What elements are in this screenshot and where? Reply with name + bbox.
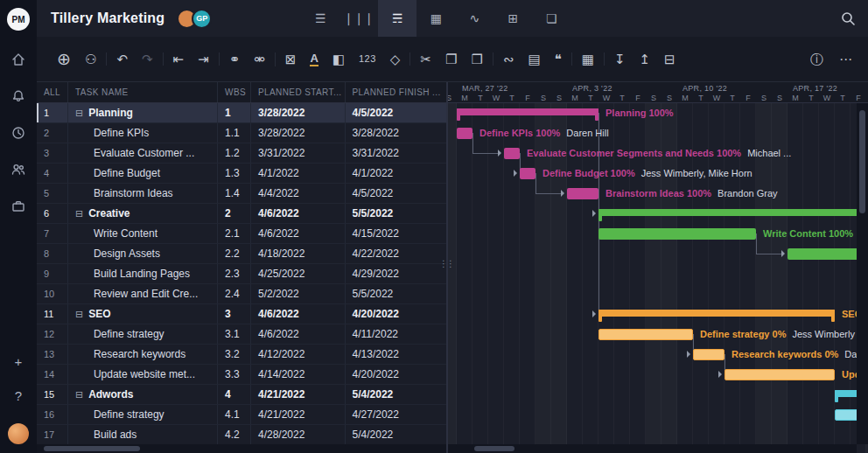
gantt-hscroll-thumb[interactable] — [474, 446, 514, 451]
add-task-icon[interactable]: ⊕ — [57, 51, 71, 67]
planned-start-cell[interactable]: 4/6/2022 — [251, 224, 346, 243]
wbs-cell[interactable]: 2.3 — [218, 264, 251, 283]
column-header-wbs[interactable]: WBS — [218, 82, 251, 102]
table-row[interactable]: 9Build Landing Pages2.34/25/20224/29/202… — [37, 264, 446, 284]
table-row[interactable]: 15⊟Adwords44/21/20225/4/2022 — [37, 385, 446, 405]
planned-start-cell[interactable]: 4/12/2022 — [251, 345, 346, 364]
column-header-all[interactable]: ALL — [37, 82, 68, 102]
table-row[interactable]: 11⊟SEO34/6/20224/20/2022 — [37, 304, 446, 324]
comment-icon[interactable]: ❝ — [555, 52, 562, 66]
info-icon[interactable]: ⓘ — [810, 52, 823, 66]
projects-icon[interactable] — [10, 199, 26, 214]
planned-finish-cell[interactable]: 5/5/2022 — [346, 284, 446, 303]
task-name-cell[interactable]: Build ads — [68, 425, 218, 444]
pane-splitter-handle[interactable]: ⋮⋮ — [441, 250, 452, 276]
wbs-cell[interactable]: 3 — [218, 304, 251, 324]
task-name-cell[interactable]: Define strategy — [68, 405, 218, 424]
row-number-cell[interactable]: 6 — [37, 204, 68, 223]
help-icon[interactable]: ? — [15, 389, 22, 402]
gantt-bar-brainstorm-ideas[interactable] — [567, 188, 598, 199]
planned-finish-cell[interactable]: 3/28/2022 — [346, 123, 446, 143]
wbs-cell[interactable]: 1.3 — [218, 164, 251, 183]
gantt-bar-creative[interactable] — [598, 209, 868, 216]
planned-start-cell[interactable]: 3/31/2022 — [251, 143, 346, 163]
task-name-cell[interactable]: ⊟SEO — [68, 304, 218, 324]
more-icon[interactable]: ⋯ — [839, 52, 852, 66]
gantt-bar-research-keywords[interactable] — [693, 349, 724, 360]
planned-start-cell[interactable]: 4/1/2022 — [251, 164, 346, 183]
table-row[interactable]: 13Research keywords3.24/12/20224/13/2022 — [37, 345, 446, 365]
redo-icon[interactable]: ↷ — [142, 52, 153, 66]
table-row[interactable]: 8Design Assets2.24/18/20224/22/2022 — [37, 244, 446, 264]
table-row[interactable]: 4Define Budget1.34/1/20224/1/2022 — [37, 164, 446, 184]
gantt-vscroll-thumb[interactable] — [859, 110, 865, 213]
wbs-cell[interactable]: 4.2 — [218, 425, 251, 444]
home-icon[interactable] — [10, 52, 26, 67]
planned-finish-cell[interactable]: 4/20/2022 — [346, 365, 446, 384]
planned-finish-cell[interactable]: 4/1/2022 — [346, 164, 446, 183]
gantt-bar-define-strategy[interactable] — [598, 329, 693, 340]
table-row[interactable]: 5Brainstorm Ideas1.44/4/20224/5/2022 — [37, 184, 446, 204]
planned-start-cell[interactable]: 5/2/2022 — [251, 284, 346, 303]
planned-start-cell[interactable]: 3/28/2022 — [251, 103, 346, 122]
task-name-cell[interactable]: Update website met... — [68, 365, 218, 384]
table-row[interactable]: 7Write Content2.14/6/20224/15/2022 — [37, 224, 446, 244]
pm-logo[interactable]: PM — [7, 8, 30, 31]
attach-icon[interactable]: ∾ — [503, 52, 514, 66]
collapse-icon[interactable]: ⊟ — [75, 309, 83, 320]
gantt-bar-design-assets[interactable] — [788, 248, 866, 260]
planned-finish-cell[interactable]: 4/15/2022 — [346, 224, 446, 243]
row-number-cell[interactable]: 7 — [37, 224, 68, 243]
export-icon[interactable]: ↥ — [640, 52, 651, 66]
planned-finish-cell[interactable]: 4/20/2022 — [346, 304, 446, 324]
wbs-cell[interactable]: 4.1 — [218, 405, 251, 424]
wbs-cell[interactable]: 3.3 — [218, 365, 251, 384]
planned-start-cell[interactable]: 4/21/2022 — [251, 385, 346, 404]
column-header-planned-finish[interactable]: PLANNED FINISH ... — [346, 82, 446, 102]
timesheet-icon[interactable] — [10, 125, 26, 141]
planned-start-cell[interactable]: 3/28/2022 — [251, 123, 346, 143]
task-name-cell[interactable]: Build Landing Pages — [68, 264, 218, 283]
row-number-cell[interactable]: 1 — [37, 103, 68, 122]
planned-finish-cell[interactable]: 5/5/2022 — [346, 204, 446, 223]
workload-view-icon[interactable]: ∿ — [455, 0, 494, 37]
planned-finish-cell[interactable]: 4/29/2022 — [346, 264, 446, 283]
table-row[interactable]: 16Define strategy4.14/21/20224/27/2022 — [37, 405, 446, 425]
task-name-cell[interactable]: Review and Edit Cre... — [68, 284, 218, 303]
gantt-bar-define-kpis[interactable] — [457, 128, 472, 139]
gantt-bar-write-content[interactable] — [598, 228, 756, 240]
gantt-bar-define-budget[interactable] — [520, 168, 536, 179]
planned-finish-cell[interactable]: 5/4/2022 — [346, 425, 446, 444]
table-row[interactable]: 6⊟Creative24/6/20225/5/2022 — [37, 204, 446, 224]
add-new-icon[interactable]: + — [15, 355, 23, 368]
table-row[interactable]: 14Update website met...3.34/14/20224/20/… — [37, 365, 446, 385]
task-name-cell[interactable]: Define Budget — [68, 164, 218, 183]
milestone-icon[interactable]: ◇ — [390, 52, 401, 66]
collapse-icon[interactable]: ⊟ — [75, 208, 83, 220]
task-name-cell[interactable]: Define KPIs — [68, 123, 218, 143]
planned-finish-cell[interactable]: 4/5/2022 — [346, 103, 446, 122]
gantt-bar-seo[interactable] — [598, 310, 835, 317]
row-number-cell[interactable]: 16 — [37, 405, 68, 424]
task-name-cell[interactable]: Research keywords — [68, 345, 218, 364]
search-icon[interactable] — [840, 10, 856, 26]
planned-finish-cell[interactable]: 4/27/2022 — [346, 405, 446, 424]
row-number-cell[interactable]: 10 — [37, 284, 68, 303]
task-name-cell[interactable]: ⊟Planning — [68, 103, 218, 122]
import-icon[interactable]: ↧ — [614, 52, 626, 66]
assign-resource-icon[interactable]: ⚇ — [85, 52, 96, 66]
wbs-cell[interactable]: 1.2 — [218, 143, 251, 163]
row-number-cell[interactable]: 4 — [37, 164, 68, 183]
planned-start-cell[interactable]: 4/6/2022 — [251, 304, 346, 324]
row-number-cell[interactable]: 8 — [37, 244, 68, 263]
paste-icon[interactable]: ❒ — [471, 52, 482, 66]
row-number-cell[interactable]: 9 — [37, 264, 68, 283]
planned-start-cell[interactable]: 4/21/2022 — [251, 405, 346, 424]
row-number-cell[interactable]: 13 — [37, 345, 68, 364]
planned-start-cell[interactable]: 4/18/2022 — [251, 244, 346, 263]
team-icon[interactable] — [10, 162, 26, 178]
task-name-cell[interactable]: ⊟Creative — [68, 204, 218, 223]
task-name-cell[interactable]: Define strategy — [68, 324, 218, 344]
table-row[interactable]: 3Evaluate Customer ...1.23/31/20223/31/2… — [37, 143, 446, 164]
gantt-vertical-scrollbar[interactable] — [857, 103, 868, 444]
